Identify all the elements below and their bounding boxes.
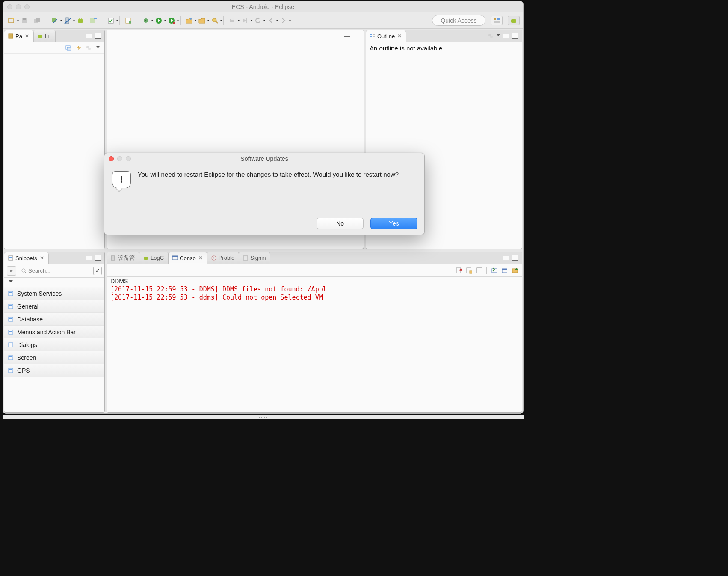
tab-snippets[interactable]: Snippets ✕	[4, 252, 49, 264]
run-icon[interactable]	[154, 15, 164, 26]
display-selected-console-icon[interactable]	[491, 267, 497, 273]
svg-rect-60	[111, 256, 115, 260]
svg-point-21	[212, 18, 216, 22]
svg-rect-58	[9, 368, 13, 373]
minimize-view-icon[interactable]	[503, 34, 509, 38]
svg-point-35	[88, 48, 91, 50]
pin-console-icon[interactable]	[476, 267, 482, 273]
android-icon[interactable]	[75, 15, 86, 26]
no-button[interactable]: No	[317, 218, 364, 229]
snippet-icon	[8, 316, 14, 322]
sdk-manager-icon[interactable]	[50, 15, 60, 26]
forward-icon[interactable]	[278, 15, 289, 26]
svg-rect-63	[172, 256, 178, 257]
avd-manager-icon[interactable]	[62, 15, 73, 26]
scroll-lock-icon[interactable]	[466, 267, 472, 273]
minimize-view-icon[interactable]	[86, 34, 92, 38]
snippet-category[interactable]: GPS	[4, 364, 104, 377]
maximize-view-icon[interactable]	[95, 255, 101, 261]
svg-rect-52	[9, 330, 13, 334]
save-icon[interactable]	[19, 15, 30, 26]
minimize-editor-icon[interactable]	[344, 33, 350, 37]
svg-rect-59	[9, 369, 12, 370]
bottom-panel: 设备管 LogC Conso ✕ ! Proble Signin	[107, 252, 522, 413]
package-icon	[8, 33, 14, 39]
new-java-class-icon[interactable]	[123, 15, 133, 26]
new-console-icon[interactable]	[512, 267, 518, 273]
debug-icon[interactable]	[141, 15, 151, 26]
close-icon[interactable]: ✕	[40, 255, 44, 261]
snippet-category[interactable]: Dialogs	[4, 338, 104, 351]
view-menu-icon[interactable]	[496, 34, 500, 38]
minimize-view-icon[interactable]	[503, 256, 509, 260]
snippet-category[interactable]: Screen	[4, 351, 104, 364]
maximize-view-icon[interactable]	[95, 33, 101, 39]
minimize-view-icon[interactable]	[86, 256, 92, 260]
toggle-checkbox[interactable]: ✓	[93, 267, 102, 275]
new-wizard-icon[interactable]	[6, 15, 17, 26]
close-icon[interactable]: ✕	[397, 33, 402, 39]
expand-icon[interactable]	[7, 266, 16, 276]
open-perspective-icon[interactable]	[491, 16, 503, 25]
maximize-editor-icon[interactable]	[354, 33, 360, 38]
outline-link-icon[interactable]	[488, 33, 494, 39]
snippet-label: Dialogs	[17, 341, 37, 348]
back-icon[interactable]	[266, 15, 276, 26]
filters-icon[interactable]	[86, 45, 92, 51]
svg-rect-49	[9, 305, 12, 306]
dialog-title: Software Updates	[104, 155, 424, 162]
save-all-icon[interactable]	[32, 15, 42, 26]
tab-signin[interactable]: Signin	[239, 252, 270, 264]
close-icon[interactable]: ✕	[25, 33, 29, 39]
snippets-collapse-icon[interactable]	[9, 280, 13, 285]
svg-rect-33	[67, 47, 71, 50]
svg-rect-26	[494, 18, 496, 20]
new-project-icon[interactable]	[184, 15, 194, 26]
snippet-icon	[8, 303, 14, 309]
maximize-view-icon[interactable]	[512, 33, 518, 39]
lint-icon[interactable]	[88, 15, 98, 26]
tab-package-explorer[interactable]: Pa ✕	[4, 30, 34, 42]
snippet-category[interactable]: Database	[4, 313, 104, 326]
tab-logcat[interactable]: LogC	[139, 252, 169, 264]
run-last-icon[interactable]	[166, 15, 177, 26]
checkbox-icon[interactable]	[106, 15, 116, 26]
snippet-category[interactable]: Menus and Action Bar	[4, 326, 104, 338]
svg-rect-48	[9, 304, 13, 309]
console-title: DDMS	[107, 277, 522, 285]
maximize-view-icon[interactable]	[512, 255, 518, 261]
quick-access-field[interactable]: Quick Access	[432, 15, 485, 26]
collapse-all-icon[interactable]	[65, 45, 71, 51]
android-perspective-icon[interactable]	[508, 16, 520, 25]
skip-icon[interactable]	[240, 15, 250, 26]
tab-problems[interactable]: ! Proble	[207, 252, 240, 264]
snippets-search-input[interactable]: Search...	[19, 266, 91, 276]
search-icon[interactable]	[210, 15, 220, 26]
svg-rect-50	[9, 317, 13, 321]
sash-handle[interactable]	[3, 415, 524, 419]
link-editor-icon[interactable]	[75, 45, 81, 51]
snippet-label: System Services	[17, 290, 62, 297]
tab-outline[interactable]: Outline ✕	[366, 30, 406, 42]
tab-console[interactable]: Conso ✕	[169, 252, 207, 264]
clear-console-icon[interactable]	[456, 267, 462, 273]
print-icon[interactable]	[227, 15, 237, 26]
svg-rect-51	[9, 318, 12, 319]
svg-rect-56	[9, 356, 13, 360]
snippet-category[interactable]: General	[4, 300, 104, 313]
svg-rect-6	[52, 18, 56, 22]
tab-label: Fil	[45, 33, 51, 39]
tab-devices[interactable]: 设备管	[107, 252, 139, 264]
tab-file-explorer[interactable]: Fil	[34, 30, 56, 42]
svg-rect-23	[230, 19, 234, 22]
open-project-icon[interactable]	[197, 15, 207, 26]
snippet-category[interactable]: System Services	[4, 287, 104, 300]
yes-button[interactable]: Yes	[370, 218, 417, 229]
svg-rect-61	[144, 257, 148, 260]
snippet-label: Database	[17, 316, 43, 323]
view-menu-icon[interactable]	[96, 46, 100, 50]
refresh-icon[interactable]	[253, 15, 263, 26]
svg-rect-47	[9, 292, 12, 293]
open-console-icon[interactable]	[501, 267, 507, 273]
close-icon[interactable]: ✕	[198, 255, 203, 261]
